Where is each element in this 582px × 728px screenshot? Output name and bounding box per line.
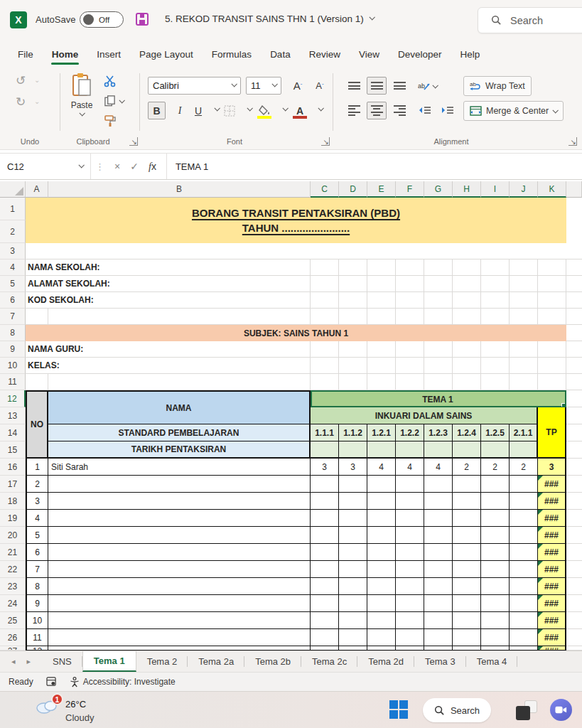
cell[interactable] — [566, 276, 582, 292]
mark-cell-8-1.2.4[interactable] — [453, 578, 481, 595]
mark-cell-10-1.2.4[interactable] — [453, 612, 481, 629]
select-all-button[interactable] — [0, 181, 26, 198]
tp-cell-10[interactable]: ### — [538, 612, 566, 629]
inkuari-header-cell[interactable]: INKUARI DALAM SAINS — [311, 407, 538, 424]
mark-cell-9-1.1.2[interactable] — [339, 595, 367, 612]
ribbon-tab-review[interactable]: Review — [300, 43, 350, 66]
cell[interactable] — [339, 292, 367, 309]
orientation-button[interactable]: ab — [416, 77, 438, 95]
mark-cell-1-1.2.2[interactable]: 4 — [396, 459, 424, 476]
mark-cell-8-1.2.1[interactable] — [367, 578, 396, 595]
cell[interactable] — [424, 292, 453, 309]
student-name-2[interactable] — [48, 476, 311, 493]
cell[interactable] — [339, 358, 367, 374]
cell[interactable] — [566, 325, 582, 341]
code-header-2.1.1[interactable]: 2.1.1 — [510, 424, 538, 441]
code-header-1.2.4[interactable]: 1.2.4 — [453, 424, 481, 441]
tarikh-cell[interactable] — [311, 441, 339, 459]
cell[interactable] — [538, 276, 566, 292]
tarikh-header-cell[interactable]: TARIKH PENTAKSIRAN — [48, 441, 311, 459]
cell[interactable] — [566, 441, 582, 459]
row-header-25[interactable]: 25 — [0, 612, 26, 629]
align-center-button[interactable] — [367, 102, 387, 119]
mark-cell-1-1.1.1[interactable]: 3 — [311, 459, 339, 476]
mark-cell-2-1.2.3[interactable] — [424, 476, 453, 493]
mark-cell-8-1.1.1[interactable] — [311, 578, 339, 595]
student-name-5[interactable] — [48, 527, 311, 544]
mark-cell-3-1.1.2[interactable] — [339, 493, 367, 510]
mark-cell-11-1.1.2[interactable] — [339, 629, 367, 646]
mark-cell-6-1.2.4[interactable] — [453, 544, 481, 561]
cell[interactable] — [48, 374, 311, 390]
mark-cell-4-1.2.5[interactable] — [481, 510, 510, 527]
cell[interactable] — [481, 341, 510, 358]
mark-cell-10-1.2.1[interactable] — [367, 612, 396, 629]
taskbar-search-button[interactable]: Search — [423, 698, 491, 722]
sheet-nav-right-icon[interactable]: ▸ — [27, 657, 31, 666]
cell[interactable] — [26, 243, 566, 259]
underline-button[interactable]: U — [190, 102, 206, 119]
cell[interactable] — [396, 292, 424, 309]
fill-color-dropdown-icon[interactable] — [282, 105, 288, 111]
cell[interactable] — [396, 341, 424, 358]
cell[interactable] — [566, 390, 582, 407]
sheet-tab-tema-2a[interactable]: Tema 2a — [188, 651, 244, 672]
mark-cell-9-1.2.1[interactable] — [367, 595, 396, 612]
tp-cell-5[interactable]: ### — [538, 527, 566, 544]
cell[interactable] — [339, 309, 367, 325]
row-header-11[interactable]: 11 — [0, 374, 26, 390]
cell[interactable] — [510, 358, 538, 374]
cell[interactable] — [510, 374, 538, 390]
student-name-10[interactable] — [48, 612, 311, 629]
formula-bar-handle[interactable]: ⋮ — [95, 161, 104, 172]
tp-cell-9[interactable]: ### — [538, 595, 566, 612]
student-name-4[interactable] — [48, 510, 311, 527]
cell[interactable] — [481, 292, 510, 309]
cell[interactable] — [311, 309, 339, 325]
subject-banner-cell[interactable]: SUBJEK: SAINS TAHUN 1 — [26, 325, 566, 341]
cell[interactable] — [453, 341, 481, 358]
mark-cell-11-1.2.5[interactable] — [481, 629, 510, 646]
cell[interactable] — [538, 309, 566, 325]
tarikh-cell[interactable] — [424, 441, 453, 459]
sheet-tab-tema-2b[interactable]: Tema 2b — [244, 651, 301, 672]
cell[interactable] — [481, 358, 510, 374]
mark-cell-11-1.1.1[interactable] — [311, 629, 339, 646]
mark-cell-5-1.2.5[interactable] — [481, 527, 510, 544]
mark-cell-8-1.2.3[interactable] — [424, 578, 453, 595]
mark-cell-1-1.2.4[interactable]: 2 — [453, 459, 481, 476]
align-middle-button[interactable] — [367, 77, 387, 95]
mark-cell-11-2.1.1[interactable] — [510, 629, 538, 646]
align-left-button[interactable] — [344, 102, 364, 119]
save-icon[interactable] — [135, 12, 149, 29]
mark-cell-6-1.2.2[interactable] — [396, 544, 424, 561]
cell[interactable] — [566, 544, 582, 561]
cell[interactable] — [367, 276, 396, 292]
tarikh-cell[interactable] — [453, 441, 481, 459]
cell[interactable] — [339, 341, 367, 358]
code-header-1.1.1[interactable]: 1.1.1 — [311, 424, 339, 441]
row-header-2[interactable]: 2 — [0, 220, 26, 243]
nama-header-cell[interactable]: NAMA — [48, 390, 311, 424]
alignment-dialog-launcher[interactable]: ↘ — [568, 137, 577, 146]
cell[interactable] — [367, 292, 396, 309]
cell[interactable] — [566, 459, 582, 476]
cell[interactable] — [566, 476, 582, 493]
mark-cell-5-1.1.2[interactable] — [339, 527, 367, 544]
tarikh-cell[interactable] — [367, 441, 396, 459]
cell[interactable] — [566, 259, 582, 276]
mark-cell-5-1.2.2[interactable] — [396, 527, 424, 544]
mark-cell-7-1.2.4[interactable] — [453, 561, 481, 578]
cell[interactable] — [339, 259, 367, 276]
mark-cell-11-1.2.1[interactable] — [367, 629, 396, 646]
no-header-cell[interactable]: NO — [26, 390, 48, 459]
cell[interactable] — [538, 341, 566, 358]
mark-cell-5-1.1.1[interactable] — [311, 527, 339, 544]
row-header-10[interactable]: 10 — [0, 358, 26, 374]
mark-cell-10-1.2.5[interactable] — [481, 612, 510, 629]
copy-dropdown-icon[interactable] — [119, 97, 124, 103]
info-label-row-10[interactable]: KELAS: — [26, 358, 311, 374]
info-label-row-6[interactable]: KOD SEKOLAH: — [26, 292, 311, 309]
code-header-1.1.2[interactable]: 1.1.2 — [339, 424, 367, 441]
cell[interactable] — [566, 578, 582, 595]
